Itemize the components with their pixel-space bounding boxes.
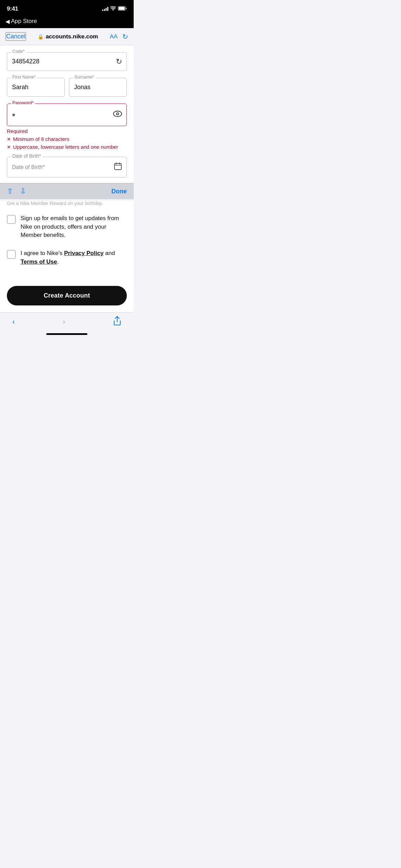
eye-icon[interactable] xyxy=(113,110,122,119)
browser-url: 🔒 accounts.nike.com xyxy=(38,33,98,40)
back-arrow-icon: ◀ xyxy=(5,18,10,25)
create-btn-area: Create Account xyxy=(0,286,134,312)
error-required: Required xyxy=(7,128,127,134)
form-lower: Get a Nike Member Reward on your birthda… xyxy=(0,201,134,286)
home-indicator xyxy=(0,330,134,340)
first-name-input[interactable] xyxy=(7,78,65,97)
dob-group: Date of Birth* Date of Birth* xyxy=(7,157,127,183)
first-name-label: First Name* xyxy=(11,74,37,80)
toolbar-done-button[interactable]: Done xyxy=(111,188,127,195)
lock-icon: 🔒 xyxy=(38,34,44,39)
agree-checkbox-text: I agree to Nike's Privacy Policy and Ter… xyxy=(21,249,127,266)
first-name-group: First Name* xyxy=(7,78,65,97)
privacy-policy-link[interactable]: Privacy Policy xyxy=(64,250,104,256)
reload-button[interactable]: ↻ xyxy=(122,33,128,41)
surname-label: Surname* xyxy=(73,74,96,80)
error-uppercase: ✕ Uppercase, lowercase letters and one n… xyxy=(7,144,127,150)
browser-actions: AA ↻ xyxy=(110,33,128,41)
agree-checkbox[interactable] xyxy=(7,250,16,259)
browser-cancel-button[interactable]: Cancel xyxy=(5,32,26,41)
share-button[interactable] xyxy=(113,316,121,328)
password-label: Password* xyxy=(11,100,35,105)
error-min-chars: ✕ Minimum of 8 characters xyxy=(7,136,127,142)
code-field-group: Code* ↻ xyxy=(7,52,127,71)
toolbar-nav: ⇧ ⇩ xyxy=(7,187,26,196)
bottom-bar: ‹ › xyxy=(0,312,134,330)
email-checkbox-row: Sign up for emails to get updates from N… xyxy=(7,214,127,240)
toolbar-down-button[interactable]: ⇩ xyxy=(20,187,26,196)
toolbar-up-button[interactable]: ⇧ xyxy=(7,187,13,196)
keyboard-toolbar: ⇧ ⇩ Done xyxy=(0,183,134,199)
status-icons xyxy=(102,6,127,12)
font-size-button[interactable]: AA xyxy=(110,33,118,40)
calendar-icon xyxy=(114,162,122,172)
agree-checkbox-row: I agree to Nike's Privacy Policy and Ter… xyxy=(7,249,127,266)
browser-bar: Cancel 🔒 accounts.nike.com AA ↻ xyxy=(0,28,134,45)
error-x-icon-1: ✕ xyxy=(7,136,11,142)
page-content: Code* ↻ First Name* Surname* Password* xyxy=(0,45,134,183)
dob-input[interactable]: Date of Birth* xyxy=(7,157,127,178)
email-checkbox[interactable] xyxy=(7,215,16,224)
home-pill xyxy=(46,333,87,335)
dob-placeholder: Date of Birth* xyxy=(12,164,45,170)
password-input[interactable] xyxy=(7,104,127,126)
battery-icon xyxy=(118,6,127,12)
signal-icon xyxy=(102,7,108,11)
browser-forward-button[interactable]: › xyxy=(63,317,65,326)
status-bar: 9:41 xyxy=(0,0,134,16)
terms-link[interactable]: Terms of Use xyxy=(21,258,57,265)
code-input[interactable] xyxy=(7,52,127,71)
svg-point-4 xyxy=(117,113,118,114)
create-account-button[interactable]: Create Account xyxy=(7,286,127,305)
password-wrapper xyxy=(7,104,127,126)
url-text: accounts.nike.com xyxy=(46,33,98,40)
name-row: First Name* Surname* xyxy=(7,78,127,104)
app-store-label: App Store xyxy=(11,18,37,25)
svg-rect-5 xyxy=(114,164,121,170)
status-time: 9:41 xyxy=(7,5,18,12)
app-store-back-bar: ◀ App Store xyxy=(0,16,134,28)
browser-back-button[interactable]: ‹ xyxy=(12,317,15,326)
refresh-icon[interactable]: ↻ xyxy=(116,57,122,66)
code-label: Code* xyxy=(11,49,26,54)
error-x-icon-2: ✕ xyxy=(7,144,11,150)
surname-group: Surname* xyxy=(69,78,127,97)
password-group: Password* Required ✕ Minimum of 8 charac… xyxy=(7,104,127,150)
surname-input[interactable] xyxy=(69,78,127,97)
svg-rect-1 xyxy=(119,7,125,10)
email-checkbox-text: Sign up for emails to get updates from N… xyxy=(21,214,127,240)
wifi-icon xyxy=(110,6,116,12)
birthday-hint: Get a Nike Member Reward on your birthda… xyxy=(7,201,127,206)
dob-label: Date of Birth* xyxy=(11,153,42,159)
